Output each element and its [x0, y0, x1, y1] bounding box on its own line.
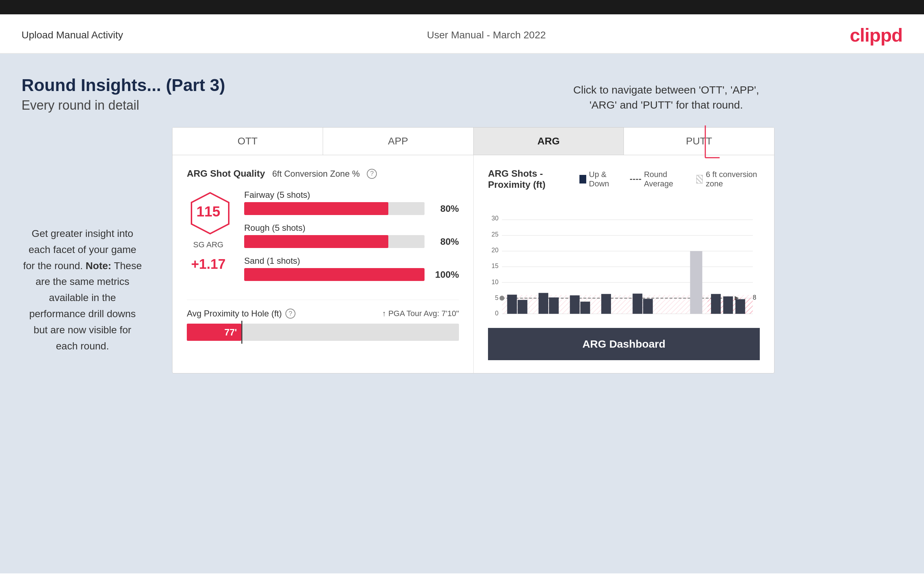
svg-rect-24	[507, 295, 517, 314]
bar-container-sand: 100%	[244, 268, 459, 281]
arg-proximity-chart: 0 5 10 15 20 25 30	[488, 199, 760, 321]
main-card: OTT APP ARG PUTT ARG Shot Quality 6ft Co…	[172, 127, 774, 374]
bar-fill-fairway	[244, 202, 388, 215]
proximity-label: Avg Proximity to Hole (ft)	[187, 309, 282, 319]
shot-bars: Fairway (5 shots) 80% Rough (5 shots)	[244, 190, 459, 289]
bar-bg-rough	[244, 235, 425, 248]
upload-activity-link[interactable]: Upload Manual Activity	[21, 29, 123, 41]
bar-pct-sand: 100%	[430, 269, 459, 280]
svg-text:15: 15	[491, 262, 498, 269]
help-icon[interactable]: ?	[367, 169, 377, 179]
header: Upload Manual Activity User Manual - Mar…	[0, 15, 924, 54]
left-panel: ARG Shot Quality 6ft Conversion Zone % ?…	[173, 155, 474, 373]
svg-rect-31	[633, 293, 642, 314]
bar-row-sand: Sand (1 shots) 100%	[244, 256, 459, 281]
svg-rect-33	[690, 251, 703, 314]
svg-rect-37	[735, 299, 745, 314]
chart-area: 0 5 10 15 20 25 30	[488, 199, 760, 321]
tab-arg[interactable]: ARG	[474, 127, 624, 155]
proximity-marker	[241, 321, 242, 344]
nav-instruction: Click to navigate between 'OTT', 'APP', …	[573, 82, 759, 113]
svg-rect-30	[601, 294, 611, 314]
chart-title: ARG Shots - Proximity (ft)	[488, 168, 580, 190]
page-title: Round Insights... (Part 3)	[21, 75, 903, 95]
bar-row-fairway: Fairway (5 shots) 80%	[244, 190, 459, 215]
tab-ott[interactable]: OTT	[173, 127, 323, 155]
svg-text:10: 10	[491, 279, 499, 285]
proximity-value: 77'	[225, 327, 237, 338]
note-label: Note:	[86, 260, 111, 271]
bar-pct-rough: 80%	[430, 236, 459, 247]
page-subtitle: Every round in detail	[21, 98, 903, 113]
bar-bg-fairway	[244, 202, 425, 215]
pga-avg: ↑ PGA Tour Avg: 7'10"	[382, 309, 459, 318]
svg-point-22	[499, 296, 504, 301]
sg-label: SG ARG	[193, 240, 223, 250]
bar-row-rough: Rough (5 shots) 80%	[244, 223, 459, 248]
svg-text:30: 30	[491, 215, 499, 222]
bar-fill-rough	[244, 235, 388, 248]
proximity-bar-bg: 77'	[187, 324, 459, 341]
svg-text:25: 25	[491, 231, 498, 238]
legend-square-updown	[580, 175, 586, 184]
arg-dashboard-button[interactable]: ARG Dashboard	[488, 328, 760, 360]
tab-bar: OTT APP ARG PUTT	[173, 127, 774, 155]
hexagon-wrapper: 115 SG ARG +1.17	[187, 190, 230, 272]
svg-rect-26	[538, 293, 548, 314]
svg-text:20: 20	[491, 247, 499, 254]
svg-rect-36	[723, 297, 733, 314]
legend-item-avg: Round Average	[630, 170, 685, 189]
proximity-title: Avg Proximity to Hole (ft) ?	[187, 309, 296, 319]
footer: Copyright Clippd 2021	[0, 574, 924, 577]
proximity-bar-container: 77'	[187, 324, 459, 341]
score-section: 115 SG ARG +1.17 Fairway (5 shots)	[187, 190, 459, 289]
svg-rect-35	[711, 294, 721, 314]
panel-header-subtitle: 6ft Conversion Zone %	[272, 169, 360, 179]
top-bar	[0, 0, 924, 15]
svg-rect-28	[570, 295, 580, 314]
panel-header: ARG Shot Quality 6ft Conversion Zone % ?	[187, 168, 459, 179]
bar-fill-sand	[244, 268, 425, 281]
sg-value: +1.17	[191, 256, 226, 272]
bar-bg-sand	[244, 268, 425, 281]
legend-label-updown: Up & Down	[589, 170, 620, 189]
legend-item-updown: Up & Down	[580, 170, 619, 189]
bar-pct-fairway: 80%	[430, 203, 459, 214]
document-title: User Manual - March 2022	[427, 29, 546, 41]
hex-value: 115	[197, 203, 221, 220]
svg-rect-32	[643, 299, 653, 314]
right-panel: ARG Shots - Proximity (ft) Up & Down Rou…	[474, 155, 774, 373]
hex-score: 115	[187, 190, 230, 233]
left-description: Get greater insight into each facet of y…	[21, 226, 144, 354]
clippd-logo: clippd	[850, 24, 903, 46]
card-body: ARG Shot Quality 6ft Conversion Zone % ?…	[173, 155, 774, 373]
svg-text:0: 0	[495, 309, 498, 317]
legend-label-avg: Round Average	[644, 170, 686, 189]
bar-label-rough: Rough (5 shots)	[244, 223, 459, 233]
bar-label-fairway: Fairway (5 shots)	[244, 190, 459, 200]
proximity-help-icon[interactable]: ?	[286, 309, 296, 319]
legend-dashed-avg	[630, 179, 641, 180]
nav-arrow	[691, 126, 720, 184]
proximity-section: Avg Proximity to Hole (ft) ? ↑ PGA Tour …	[187, 300, 459, 341]
chart-legend: Up & Down Round Average 6 ft conversion …	[580, 170, 760, 189]
proximity-bar-fill: 77'	[187, 324, 241, 341]
tab-app[interactable]: APP	[323, 127, 474, 155]
bar-container-fairway: 80%	[244, 202, 459, 215]
svg-rect-29	[580, 302, 590, 314]
proximity-header: Avg Proximity to Hole (ft) ? ↑ PGA Tour …	[187, 309, 459, 319]
svg-rect-25	[518, 300, 527, 314]
bar-label-sand: Sand (1 shots)	[244, 256, 459, 266]
svg-rect-27	[549, 297, 559, 314]
svg-text:5: 5	[495, 294, 498, 301]
svg-text:8: 8	[753, 294, 756, 301]
panel-header-title: ARG Shot Quality	[187, 168, 265, 179]
main-content: Round Insights... (Part 3) Every round i…	[0, 54, 924, 574]
bar-container-rough: 80%	[244, 235, 459, 248]
